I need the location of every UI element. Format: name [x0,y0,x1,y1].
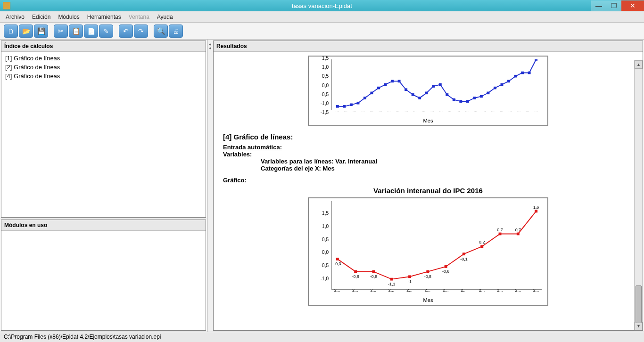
list-item[interactable]: [4] Gráfico de líneas [3,72,204,81]
svg-text:-0,3: -0,3 [334,261,341,266]
title-bar: tasas variacion-Epidat — ❐ ✕ [0,0,644,11]
svg-text:-1,1: -1,1 [388,282,395,286]
new-icon: 🗋 [8,27,14,35]
svg-rect-24 [501,83,504,86]
undo-icon: ↶ [123,27,129,35]
svg-rect-17 [453,98,455,101]
svg-rect-11 [412,93,414,96]
indice-body: [1] Gráfico de líneas [2] Gráfico de lín… [1,52,206,217]
app-icon [3,2,10,9]
menu-edicion[interactable]: Edición [28,12,54,22]
menu-archivo[interactable]: Archivo [2,12,28,22]
menu-ayuda[interactable]: Ayuda [153,12,177,22]
svg-rect-7 [384,83,387,86]
svg-rect-13 [425,92,428,95]
paste-icon: 📄 [87,27,95,35]
print-button[interactable]: 🖨 [169,24,183,38]
menu-modulos[interactable]: Módulos [54,12,83,22]
svg-rect-44 [462,252,465,255]
entrada-label: Entrada automática: [223,144,633,151]
svg-text:0,7: 0,7 [497,228,503,232]
svg-rect-23 [494,87,496,90]
print-icon: 🖨 [173,27,179,35]
vertical-scrollbar[interactable]: ▲ ▼ [634,60,643,330]
redo-button[interactable]: ↷ [134,24,148,38]
svg-rect-15 [439,83,442,86]
svg-rect-28 [528,72,531,74]
svg-text:-0,8: -0,8 [370,274,377,279]
copy-icon: 📋 [72,27,80,35]
menu-herramientas[interactable]: Herramientas [83,12,125,22]
window-controls: — ❐ ✕ [591,0,644,11]
close-button[interactable]: ✕ [621,0,644,11]
section-title: [4] Gráfico de líneas: [223,133,633,141]
list-item[interactable]: [2] Gráfico de líneas [3,63,204,72]
cut-icon: ✂ [58,27,64,35]
modulos-header: Módulos en uso [1,220,206,231]
chart-title: Variación interanual do IPC 2016 [223,187,633,195]
svg-rect-26 [514,75,517,78]
results-content: -1,5-1,0-0,50,00,51,01,5 ...............… [214,52,643,314]
svg-rect-38 [408,275,411,278]
x-axis-label: Mes [311,297,545,303]
svg-rect-34 [372,270,375,273]
minimize-button[interactable]: — [591,0,606,11]
open-icon: 📂 [22,27,30,35]
cut-button[interactable]: ✂ [54,24,68,38]
svg-rect-3 [356,102,359,105]
svg-rect-40 [426,270,429,273]
status-path: C:\Program Files (x86)\Epidat 4.2\Ejempl… [4,334,161,340]
svg-rect-2 [350,104,353,106]
copy-button[interactable]: 📋 [69,24,83,38]
svg-rect-42 [445,265,447,268]
svg-rect-50 [517,233,520,236]
var-lineas: Variables para las líneas: Var. interanu… [261,158,633,165]
paste-button[interactable]: 📄 [84,24,98,38]
svg-rect-9 [398,80,401,83]
svg-text:-0,6: -0,6 [442,269,449,274]
redo-icon: ↷ [138,27,144,35]
list-item[interactable]: [1] Gráfico de líneas [3,54,204,63]
svg-rect-18 [459,100,462,103]
preview-button[interactable]: 🔍 [154,24,168,38]
edit-button[interactable]: ✎ [99,24,113,38]
svg-rect-48 [499,233,502,236]
search-icon: 🔍 [157,27,165,35]
svg-rect-6 [377,87,380,90]
new-button[interactable]: 🗋 [4,24,18,38]
indice-panel: Índice de cálculos [1] Gráfico de líneas… [1,41,206,218]
svg-rect-22 [487,92,489,95]
save-button[interactable]: 💾 [34,24,48,38]
maximize-button[interactable]: ❐ [606,0,621,11]
svg-rect-4 [363,97,366,99]
chart-top: -1,5-1,0-0,50,00,51,01,5 ...............… [308,56,548,126]
svg-rect-30 [336,258,339,261]
svg-rect-27 [521,72,524,74]
svg-text:0,2: 0,2 [479,240,485,245]
open-button[interactable]: 📂 [19,24,33,38]
variables-label: Variables: [223,151,633,158]
scroll-up-icon[interactable]: ▲ [635,60,643,69]
grafico-label: Gráfico: [223,177,633,184]
svg-rect-10 [405,88,407,91]
status-bar: C:\Program Files (x86)\Epidat 4.2\Ejempl… [0,332,644,342]
svg-rect-20 [473,97,476,99]
resultados-panel: Resultados -1,5-1,0-0,50,00,51,01,5 ....… [213,41,643,331]
toolbar: 🗋 📂 💾 ✂ 📋 📄 ✎ ↶ ↷ 🔍 🖨 [0,23,644,40]
svg-rect-19 [466,100,469,103]
svg-rect-32 [354,270,357,273]
menu-bar: Archivo Edición Módulos Herramientas Ven… [0,11,644,23]
splitter[interactable]: ◂ ◂ [207,40,212,332]
svg-rect-36 [390,278,393,281]
modulos-body [1,231,206,330]
menu-ventana[interactable]: Ventana [125,12,153,22]
svg-rect-46 [480,245,483,248]
svg-rect-21 [480,95,483,98]
splitter-arrow-icon: ◂ ◂ [209,42,211,50]
undo-button[interactable]: ↶ [119,24,133,38]
svg-rect-1 [343,105,346,108]
svg-text:-1: -1 [408,279,412,284]
scroll-thumb[interactable] [636,285,642,323]
modulos-panel: Módulos en uso [1,220,206,331]
svg-rect-25 [507,80,510,83]
